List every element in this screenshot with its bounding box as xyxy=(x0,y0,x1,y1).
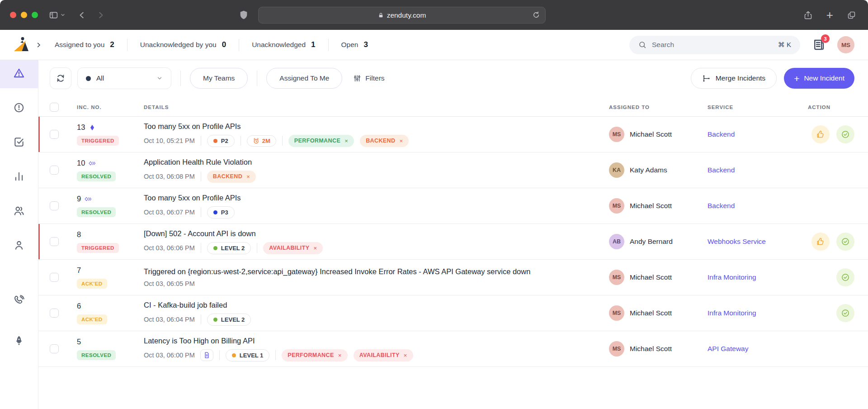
sidebar-item-rocket[interactable] xyxy=(0,328,38,356)
tab-overview-icon[interactable] xyxy=(847,10,856,20)
address-bar[interactable]: zenduty.com xyxy=(258,7,546,24)
row-checkbox[interactable] xyxy=(50,166,59,175)
incident-title[interactable]: Latency is Too High on Billing API xyxy=(144,337,255,345)
maximize-window-icon[interactable] xyxy=(32,12,38,18)
sidebar-item-phone[interactable] xyxy=(0,287,38,315)
incident-row[interactable]: 9RESOLVEDToo many 5xx on Profile APIsOct… xyxy=(38,188,868,224)
acknowledge-button[interactable] xyxy=(811,125,830,143)
resolve-button[interactable] xyxy=(836,304,854,322)
close-window-icon[interactable] xyxy=(10,12,16,18)
incident-title[interactable]: [Down] 502 - Account API is down xyxy=(144,229,256,238)
row-checkbox[interactable] xyxy=(50,130,59,139)
tag-badge[interactable]: BACKEND× xyxy=(360,135,409,147)
notifications-button[interactable]: 3 xyxy=(812,38,826,52)
row-checkbox[interactable] xyxy=(50,237,59,246)
incident-title[interactable]: Application Health Rule Violation xyxy=(144,158,252,166)
incident-row[interactable]: 6ACK'EDCI - Kafka-build job failedOct 03… xyxy=(38,295,868,331)
priority-badge[interactable]: P2 xyxy=(207,135,235,147)
sidebar-item-bar-chart[interactable] xyxy=(0,163,38,191)
tab-open[interactable]: Open 3 xyxy=(329,40,381,49)
service-link[interactable]: Infra Monitoring xyxy=(708,273,756,281)
service-link[interactable]: Backend xyxy=(708,202,735,210)
priority-badge[interactable]: P3 xyxy=(207,206,235,219)
incident-title[interactable]: Too many 5xx on Profile APIs xyxy=(144,122,241,131)
remove-tag-icon[interactable]: × xyxy=(399,138,403,144)
sidebar-toggle-icon[interactable] xyxy=(49,10,58,20)
traffic-lights[interactable] xyxy=(10,12,38,18)
tab-unacknowledged[interactable]: Unacknowledged 1 xyxy=(239,40,328,49)
row-checkbox[interactable] xyxy=(50,201,59,210)
row-checkbox[interactable] xyxy=(50,273,59,282)
postmortem-doc-badge[interactable] xyxy=(200,349,213,361)
service-link[interactable]: API Gateway xyxy=(708,345,748,353)
filters-button[interactable]: Filters xyxy=(353,74,384,82)
service-link[interactable]: Infra Monitoring xyxy=(708,309,756,317)
row-checkbox[interactable] xyxy=(50,309,59,318)
sidebar-item-alert-circle[interactable] xyxy=(0,95,38,123)
new-incident-button[interactable]: + New Incident xyxy=(784,68,854,89)
sidebar-item-alert-triangle[interactable] xyxy=(0,60,38,88)
tag-badge[interactable]: BACKEND× xyxy=(207,171,256,183)
resolve-button[interactable] xyxy=(836,125,854,143)
assignee-avatar: KA xyxy=(609,162,624,178)
row-checkbox[interactable] xyxy=(50,344,59,353)
incident-row[interactable]: 7ACK'EDTriggered on {region:us-west-2,se… xyxy=(38,260,868,295)
incident-row[interactable]: 8TRIGGERED[Down] 502 - Account API is do… xyxy=(38,224,868,260)
acknowledge-button[interactable] xyxy=(811,233,830,251)
expand-nav-icon[interactable] xyxy=(35,42,42,48)
sidebar-item-user[interactable] xyxy=(0,232,38,260)
sla-timer-badge[interactable]: 2M xyxy=(247,135,276,147)
forward-icon[interactable] xyxy=(96,10,105,20)
assignee-avatar: MS xyxy=(609,341,624,357)
sidebar-item-team[interactable] xyxy=(0,198,38,226)
incident-title[interactable]: Triggered on {region:us-west-2,service:a… xyxy=(144,267,530,276)
back-icon[interactable] xyxy=(77,10,87,20)
minimize-window-icon[interactable] xyxy=(21,12,27,18)
divider xyxy=(180,71,181,86)
tag-badge[interactable]: PERFORMANCE× xyxy=(288,135,354,147)
incident-date: Oct 03, 06:07 PM xyxy=(144,209,195,216)
tag-badge[interactable]: AVAILABILITY× xyxy=(263,242,323,254)
priority-badge[interactable]: LEVEL 2 xyxy=(207,242,251,254)
tab-label: Unacknowledged by you xyxy=(140,41,217,49)
remove-tag-icon[interactable]: × xyxy=(313,245,317,252)
service-link[interactable]: Backend xyxy=(708,130,735,138)
incident-row[interactable]: 10RESOLVEDApplication Health Rule Violat… xyxy=(38,152,868,188)
merge-incidents-button[interactable]: Merge Incidents xyxy=(691,68,777,89)
search-input[interactable]: Search ⌘ K xyxy=(629,36,800,54)
service-link[interactable]: Backend xyxy=(708,166,735,174)
alert-circle-icon xyxy=(13,102,25,115)
privacy-shield-icon[interactable] xyxy=(239,10,249,22)
reload-icon[interactable] xyxy=(532,11,540,19)
sidebar-item-task-check[interactable] xyxy=(0,129,38,157)
priority-badge[interactable]: LEVEL 2 xyxy=(207,314,251,326)
service-link[interactable]: Webhooks Service xyxy=(708,238,766,246)
user-avatar[interactable]: MS xyxy=(837,36,854,53)
tag-badge[interactable]: AVAILABILITY× xyxy=(354,349,413,361)
incident-title[interactable]: Too many 5xx on Profile APIs xyxy=(144,194,241,202)
tab-assigned-to-you[interactable]: Assigned to you 2 xyxy=(47,40,127,49)
diamond-split-icon xyxy=(85,195,92,203)
incident-title[interactable]: CI - Kafka-build job failed xyxy=(144,301,227,309)
resolve-button[interactable] xyxy=(836,268,854,286)
share-icon[interactable] xyxy=(803,10,813,20)
incident-row[interactable]: 5RESOLVEDLatency is Too High on Billing … xyxy=(38,331,868,367)
remove-tag-icon[interactable]: × xyxy=(404,352,407,359)
priority-badge[interactable]: LEVEL 1 xyxy=(226,349,270,361)
team-filter-select[interactable]: All xyxy=(77,67,171,89)
refresh-button[interactable] xyxy=(50,67,71,89)
zenduty-logo[interactable] xyxy=(13,36,31,54)
new-tab-icon[interactable]: + xyxy=(826,9,833,21)
tag-badge[interactable]: PERFORMANCE× xyxy=(282,349,347,361)
select-all-checkbox[interactable] xyxy=(50,103,59,112)
remove-tag-icon[interactable]: × xyxy=(344,138,348,144)
tab-unacknowledged-by-you[interactable]: Unacknowledged by you 0 xyxy=(127,40,239,49)
remove-tag-icon[interactable]: × xyxy=(338,352,342,359)
resolve-button[interactable] xyxy=(836,233,854,251)
chevron-down-icon[interactable] xyxy=(60,12,66,18)
assigned-to-me-button[interactable]: Assigned To Me xyxy=(266,68,342,89)
remove-tag-icon[interactable]: × xyxy=(246,173,250,180)
my-teams-button[interactable]: My Teams xyxy=(190,68,248,89)
incident-row[interactable]: 13TRIGGEREDToo many 5xx on Profile APIsO… xyxy=(38,117,868,152)
notification-count-badge: 3 xyxy=(821,34,830,43)
